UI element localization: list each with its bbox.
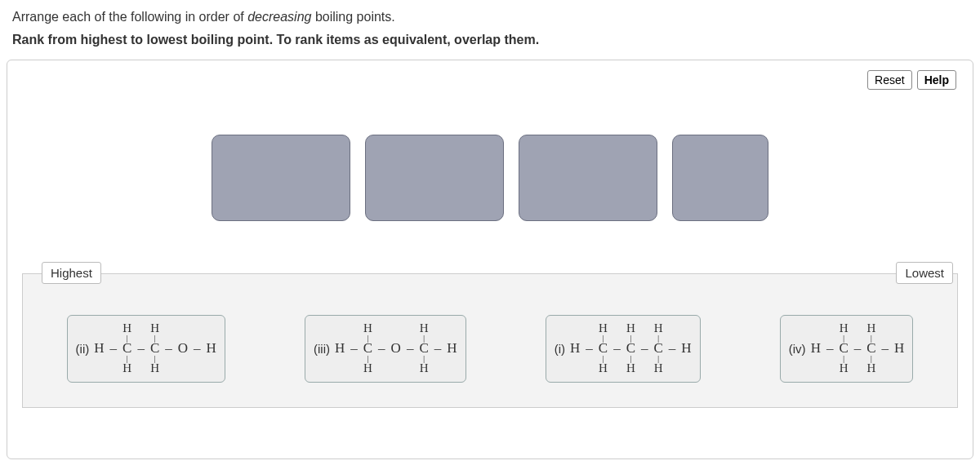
ch2-group: H | C | H [866,322,875,375]
ch2-group: H | C | H [363,322,372,375]
item-ii-label: (ii) [76,342,90,356]
atom-H: H [894,340,904,357]
item-ii[interactable]: (ii) H – H | C | H – H | C | H – O – H [67,315,225,383]
ranking-workspace: Reset Help Highest Lowest (ii) H – H | C… [7,60,973,459]
q-line1-post: boiling points. [311,10,394,24]
bond-icon: – [406,340,415,357]
ch2-group: H | C | H [150,322,159,375]
bond-icon: – [109,340,118,357]
reset-button[interactable]: Reset [867,70,912,90]
bond-icon: – [853,340,862,357]
drop-slot-4[interactable] [672,135,768,221]
question-text: Arrange each of the following in order o… [0,0,980,51]
ch2-group: H | C | H [599,322,608,375]
item-iv[interactable]: (iv) H – H | C | H – H | C | H – H [780,315,914,383]
item-i-label: (i) [555,342,565,356]
bond-icon: – [585,340,594,357]
item-iv-label: (iv) [789,342,806,356]
q-line1-pre: Arrange each of the following in order o… [12,10,247,24]
drop-slot-2[interactable] [365,135,504,221]
rank-label-highest: Highest [42,262,101,284]
q-line2: Rank from highest to lowest boiling poin… [12,31,968,49]
bond-icon: – [668,340,677,357]
rank-axis: Highest Lowest [22,262,958,285]
bond-icon: – [640,340,649,357]
bond-icon: – [434,340,443,357]
atom-H: H [335,340,345,357]
item-i[interactable]: (i) H – H | C | H – H | C | H – H | C [546,315,701,383]
atom-H: H [94,340,104,357]
drop-slot-3[interactable] [519,135,657,221]
help-button[interactable]: Help [917,70,956,90]
bond-icon: – [164,340,173,357]
bond-icon: – [136,340,145,357]
atom-H: H [811,340,821,357]
q-line1-em: decreasing [247,10,311,24]
bond-icon: – [612,340,621,357]
bond-icon: – [193,340,202,357]
atom-H: H [447,340,457,357]
atom-O: O [178,340,188,357]
drop-slot-1[interactable] [212,135,350,221]
atom-H: H [570,340,580,357]
rank-label-lowest: Lowest [896,262,953,284]
top-buttons: Reset Help [867,70,956,90]
bond-icon: – [826,340,835,357]
ch2-group: H | C | H [122,322,131,375]
item-iii[interactable]: (iii) H – H | C | H – O – H | C | H – H [305,315,466,383]
ch2-group: H | C | H [653,322,662,375]
drop-target-row [22,135,958,221]
bond-icon: – [350,340,359,357]
ch2-group: H | C | H [839,322,848,375]
atom-H: H [207,340,216,357]
bond-icon: – [881,340,890,357]
atom-O: O [391,340,401,357]
bond-icon: – [377,340,386,357]
items-pool: (ii) H – H | C | H – H | C | H – O – H [22,273,958,408]
atom-H: H [681,340,691,357]
ch2-group: H | C | H [419,322,428,375]
ch2-group: H | C | H [626,322,635,375]
item-iii-label: (iii) [314,342,330,356]
